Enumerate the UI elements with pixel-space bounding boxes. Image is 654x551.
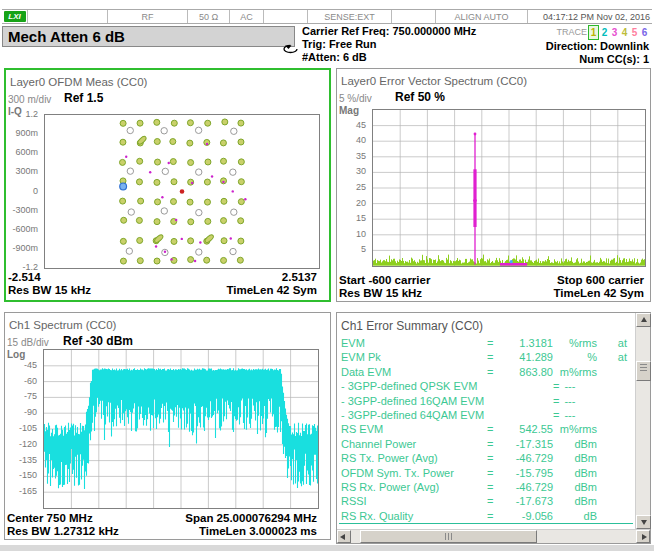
bottom-strip — [0, 545, 654, 551]
trace-4[interactable]: 4 — [620, 26, 629, 39]
scale-per-div: 300 m/div — [8, 94, 51, 105]
y-tick: 600m — [15, 147, 38, 157]
panel-ch1-spectrum[interactable]: Ch1 Spectrum (CC0) 15 dB/div Ref -30 dBm… — [4, 312, 331, 540]
equals-sign: = — [553, 379, 560, 393]
span-label: Span 25.000076294 MHz — [185, 512, 317, 524]
summary-metric-suffix — [607, 437, 627, 451]
summary-metric-name: RS EVM — [341, 422, 487, 436]
scroll-up-button[interactable] — [636, 313, 651, 327]
status-spacer — [264, 10, 308, 23]
equals-sign: = — [487, 437, 497, 451]
y-tick: 20 — [356, 198, 366, 208]
summary-row: EVM=1.3181%rmsat — [341, 336, 633, 350]
time-len-label: TimeLen 42 Sym — [553, 287, 644, 299]
summary-metric-suffix: at — [607, 336, 627, 350]
panel-ofdm-constellation[interactable]: Layer0 OFDM Meas (CC0) 300 m/div Ref 1.5… — [4, 68, 331, 302]
panel-error-summary[interactable]: Ch1 Error Summary (CC0) EVM=1.3181%rmsat… — [336, 312, 651, 544]
equals-sign: = — [487, 494, 497, 508]
summary-metric-name: - 3GPP-defined QPSK EVM — [341, 379, 553, 393]
trace-5[interactable]: 5 — [630, 26, 639, 39]
direction: Direction: Downlink — [546, 40, 649, 53]
status-bar: LXIRF50 ΩACSENSE:EXTALIGN AUTO04:17:12 P… — [2, 9, 652, 24]
summary-metric-unit: %rms — [553, 336, 597, 350]
scroll-right-button[interactable] — [636, 530, 650, 543]
horizontal-scroll-thumb[interactable] — [360, 530, 537, 543]
y-tick: 300m — [15, 166, 38, 176]
summary-metric-suffix — [607, 422, 627, 436]
error-summary-table: EVM=1.3181%rmsatEVM Pk=41.289%atData EVM… — [341, 336, 633, 523]
scale-per-div: 15 dB/div — [7, 337, 49, 348]
scroll-down-button[interactable] — [636, 515, 651, 529]
summary-metric-unit: dBm — [553, 466, 597, 480]
y-tick: 25 — [356, 182, 366, 192]
status-04-17-12-pm-nov-02-2016: 04:17:12 PM Nov 02, 2016 — [528, 10, 652, 23]
right-arrow-icon — [642, 534, 647, 540]
summary-metric-unit: dBm — [553, 494, 597, 508]
summary-metric-name: RS Tx. Power (Avg) — [341, 451, 487, 465]
summary-metric-value: --- — [560, 379, 575, 393]
summary-row: RS EVM=542.55m%rms — [341, 422, 633, 436]
y-tick: -150 — [19, 470, 37, 480]
equals-sign: = — [487, 365, 497, 379]
y-tick: 0 — [33, 186, 38, 196]
y-tick: -75 — [24, 391, 37, 401]
up-arrow-icon — [641, 317, 647, 322]
y-tick: -105 — [19, 423, 37, 433]
equals-sign: = — [487, 336, 497, 350]
status-align-auto: ALIGN AUTO — [436, 10, 528, 23]
y-tick: 1.2 — [25, 109, 38, 119]
spectrum-plot[interactable] — [43, 349, 319, 509]
trace-2[interactable]: 2 — [600, 26, 609, 39]
free-run-loop-icon — [282, 44, 300, 57]
summary-metric-unit — [575, 379, 608, 393]
y-axis-labels: -45-60-75-90-105-120-135-150-165 — [5, 349, 41, 507]
horizontal-scrollbar[interactable] — [337, 529, 650, 543]
y-tick: 900m — [15, 128, 38, 138]
trace-6[interactable]: 6 — [640, 26, 649, 39]
constellation-plot[interactable] — [44, 114, 320, 269]
summary-metric-suffix — [607, 466, 627, 480]
y-tick: 10 — [356, 229, 366, 239]
trace-1[interactable]: 1 — [588, 25, 599, 40]
summary-row: - 3GPP-defined 16QAM EVM=--- — [341, 394, 633, 408]
constellation-trace — [45, 115, 319, 268]
trace-3[interactable]: 3 — [610, 26, 619, 39]
evm-spectrum-plot[interactable] — [372, 109, 646, 267]
equals-sign: = — [487, 466, 497, 480]
equals-sign: = — [553, 408, 560, 422]
y-tick: 35 — [356, 151, 366, 161]
summary-metric-name: EVM — [341, 336, 487, 350]
summary-metric-unit: dBm — [553, 480, 597, 494]
summary-metric-value: --- — [560, 394, 575, 408]
summary-metric-suffix — [607, 509, 627, 523]
summary-row: Data EVM=863.80m%rms — [341, 365, 633, 379]
spectrum-trace — [44, 350, 318, 508]
summary-metric-name: - 3GPP-defined 64QAM EVM — [341, 408, 553, 422]
summary-metric-name: RS Rx. Power (Avg) — [341, 480, 487, 494]
summary-metric-suffix — [607, 451, 627, 465]
summary-metric-name: RS Rx. Quality — [341, 509, 487, 523]
x-max-label: 2.5137 — [282, 271, 317, 283]
status-rf: RF — [108, 10, 188, 23]
lxi-badge: LXI — [4, 11, 26, 22]
panel-title: Layer0 Error Vector Spectrum (CC0) — [341, 75, 527, 87]
y-tick: 5 — [361, 244, 366, 254]
y-tick: 40 — [356, 135, 366, 145]
scroll-left-button[interactable] — [337, 530, 351, 543]
y-tick: -60 — [24, 376, 37, 386]
summary-metric-value: 1.3181 — [497, 336, 553, 350]
equals-sign: = — [487, 480, 497, 494]
trigger-mode: Trig: Free Run — [302, 38, 476, 51]
trace-label: TRACE — [556, 26, 587, 39]
res-bw-label: Res BW 15 kHz — [339, 287, 422, 299]
vertical-scrollbar[interactable] — [635, 313, 650, 529]
summary-row: RSSI=-17.673dBm — [341, 494, 633, 508]
panel-error-vector-spectrum[interactable]: Layer0 Error Vector Spectrum (CC0) 5 %/d… — [336, 68, 651, 302]
lxi-logo: LXI — [2, 10, 28, 23]
summary-metric-suffix — [618, 394, 633, 408]
equals-sign: = — [487, 350, 497, 364]
vertical-scroll-thumb[interactable] — [636, 361, 651, 381]
panel-title: Ch1 Error Summary (CC0) — [341, 319, 483, 333]
equals-sign: = — [553, 394, 560, 408]
summary-row: EVM Pk=41.289%at — [341, 350, 633, 364]
